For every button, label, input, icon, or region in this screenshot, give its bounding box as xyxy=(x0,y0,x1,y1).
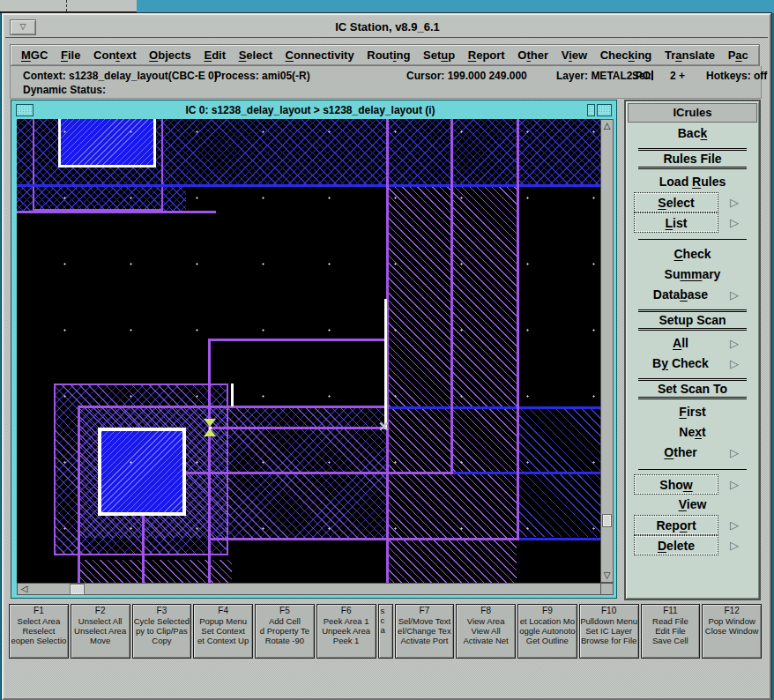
palette-header-set-scan-to: Set Scan To xyxy=(638,378,747,399)
fkey-label: F1 xyxy=(10,606,68,616)
scroll-left-icon[interactable]: ◁ xyxy=(19,584,30,594)
fkey-f3[interactable]: F3Cycle Selectedpy to Clip/PasCopy xyxy=(132,604,192,659)
fkey-action: a xyxy=(381,625,392,635)
palette-row-next: Next xyxy=(626,423,759,442)
scroll-down-icon[interactable]: ▽ xyxy=(601,570,613,581)
report-button[interactable]: Report xyxy=(635,516,718,534)
delete-button[interactable]: Delete xyxy=(635,536,718,555)
layout-purple-vline-87 xyxy=(78,406,80,583)
fkey-f1[interactable]: F1Select AreaReselecteopen Selectio xyxy=(9,604,69,659)
fkey-action: el/Change Tex xyxy=(396,626,454,636)
menu-edit[interactable]: Edit xyxy=(204,48,226,62)
menu-routing[interactable]: Routing xyxy=(367,48,410,62)
layout-blue-line-top xyxy=(17,184,602,187)
fkey-f4[interactable]: F4Popup MenuSet Contextet Context Up xyxy=(193,604,253,659)
viewport-maximize-button[interactable] xyxy=(597,104,612,116)
report-submenu-arrow-icon[interactable]: ▷ xyxy=(730,518,739,532)
menu-objects[interactable]: Objects xyxy=(149,48,191,62)
layout-purple-hline-237 xyxy=(17,211,216,213)
fkey-f7[interactable]: F7Sel/Move Textel/Change TexActivate Por… xyxy=(395,604,455,659)
by-check-button[interactable]: By Check xyxy=(633,354,728,372)
vertical-scroll-thumb[interactable] xyxy=(603,515,611,526)
next-button[interactable]: Next xyxy=(633,423,752,441)
fkey-f12[interactable]: F12Pop WindowClose Window xyxy=(702,604,762,659)
show-button[interactable]: Show xyxy=(635,475,718,494)
fkey-action: Set Context xyxy=(194,626,252,636)
fkey-action: Copy xyxy=(133,636,191,645)
palette-row-by-check: By Check▷ xyxy=(626,354,759,373)
layout-purple-hline-384 xyxy=(208,339,389,341)
summary-button[interactable]: Summary xyxy=(633,265,752,283)
check-button[interactable]: Check xyxy=(633,245,752,263)
fkey-f11[interactable]: F11Read FileEdit FileSave Cell xyxy=(641,604,701,659)
menu-checking[interactable]: Checking xyxy=(600,48,652,62)
other-submenu-arrow-icon[interactable]: ▷ xyxy=(730,445,739,460)
list-button[interactable]: List xyxy=(635,213,718,232)
view-button[interactable]: View xyxy=(633,495,752,513)
background-window-fragment xyxy=(0,0,137,13)
layout-white-vline xyxy=(384,299,387,429)
layout-purple-vline-235 xyxy=(208,339,211,583)
layout-canvas[interactable]: ✕ xyxy=(17,119,602,583)
palette-header-setup-scan: Setup Scan xyxy=(638,309,747,331)
layout-purple-hline-484 xyxy=(208,427,389,429)
window-menu-icon[interactable]: ▽ xyxy=(10,19,36,35)
scroll-up-icon[interactable]: △ xyxy=(601,121,613,131)
menu-view[interactable]: View xyxy=(562,48,587,62)
list-submenu-arrow-icon[interactable]: ▷ xyxy=(730,215,739,230)
status-cursor: Cursor: 199.000 249.000 xyxy=(406,70,527,82)
menu-other[interactable]: Other xyxy=(517,48,548,62)
database-button[interactable]: Database xyxy=(633,286,728,303)
fkey-f6[interactable]: F6Peek Area 1Unpeek AreaPeek 1 xyxy=(316,604,376,659)
menu-translate[interactable]: Translate xyxy=(665,48,715,62)
fkey-action: d Property Te xyxy=(256,626,314,636)
menu-setup[interactable]: Setup xyxy=(423,48,455,62)
palette-row-load-rules: Load Rules xyxy=(626,173,759,191)
palette-header-rules-file: Rules File xyxy=(638,148,747,169)
palette-row-list: List▷ xyxy=(626,213,759,232)
palette-divider xyxy=(638,239,747,240)
fkey-action: Unpeek Area xyxy=(317,626,376,636)
menu-connectivity[interactable]: Connectivity xyxy=(286,48,354,62)
menu-context[interactable]: Context xyxy=(93,48,136,62)
load-rules-button[interactable]: Load Rules xyxy=(633,173,752,190)
viewport-minimize-button[interactable] xyxy=(587,104,595,116)
show-submenu-arrow-icon[interactable]: ▷ xyxy=(730,477,739,492)
horizontal-scroll-thumb[interactable] xyxy=(71,585,84,594)
menu-mgc[interactable]: MGC xyxy=(21,48,48,62)
fkey-sliver[interactable]: sca xyxy=(378,604,393,659)
vertical-scrollbar[interactable]: △ ▽ xyxy=(600,119,614,583)
menu-select[interactable]: Select xyxy=(239,48,272,62)
fkey-f5[interactable]: F5Add Celld Property TeRotate -90 xyxy=(255,604,315,659)
horizontal-scrollbar[interactable]: ◁ xyxy=(17,583,602,595)
other-button[interactable]: Other xyxy=(633,443,728,461)
palette-row-all: All▷ xyxy=(626,334,759,353)
viewport-menu-button[interactable] xyxy=(16,104,33,116)
menu-report[interactable]: Report xyxy=(468,48,505,62)
viewport-title: IC 0: s1238_delay_layout > s1238_delay_l… xyxy=(33,104,587,116)
database-submenu-arrow-icon[interactable]: ▷ xyxy=(730,287,739,302)
by-check-submenu-arrow-icon[interactable]: ▷ xyxy=(730,356,739,371)
palette-divider xyxy=(638,469,747,470)
palette-row-back: Back xyxy=(626,124,759,143)
fkey-action: et Context Up xyxy=(194,636,252,645)
menu-pac[interactable]: Pac xyxy=(728,48,748,62)
status-dynamic-label: Dynamic Status: xyxy=(23,84,106,96)
all-submenu-arrow-icon[interactable]: ▷ xyxy=(730,336,739,351)
delete-submenu-arrow-icon[interactable]: ▷ xyxy=(730,538,739,553)
status-context: Context: s1238_delay_layout(CBC-E 0) xyxy=(23,70,218,82)
all-button[interactable]: All xyxy=(633,334,728,352)
fkey-f2[interactable]: F2Unselect AllUnselect AreaMove xyxy=(71,604,130,659)
status-sel-value: 2 + xyxy=(670,70,685,82)
back-button[interactable]: Back xyxy=(633,124,752,142)
fkey-f9[interactable]: F9et Location Mooggle AutonotoGet Outlin… xyxy=(517,604,577,659)
fkey-action: Set IC Layer xyxy=(580,626,638,636)
select-submenu-arrow-icon[interactable]: ▷ xyxy=(730,195,739,210)
menu-file[interactable]: File xyxy=(61,48,80,62)
fkey-action: py to Clip/Pas xyxy=(133,626,191,636)
select-button[interactable]: Select xyxy=(635,193,718,212)
layout-blue-line-mid2 xyxy=(450,472,602,474)
first-button[interactable]: First xyxy=(633,403,752,421)
fkey-f10[interactable]: F10Pulldown MenuSet IC LayerBrowse for F… xyxy=(579,604,639,659)
fkey-f8[interactable]: F8View AreaView AllActivate Net xyxy=(456,604,516,659)
